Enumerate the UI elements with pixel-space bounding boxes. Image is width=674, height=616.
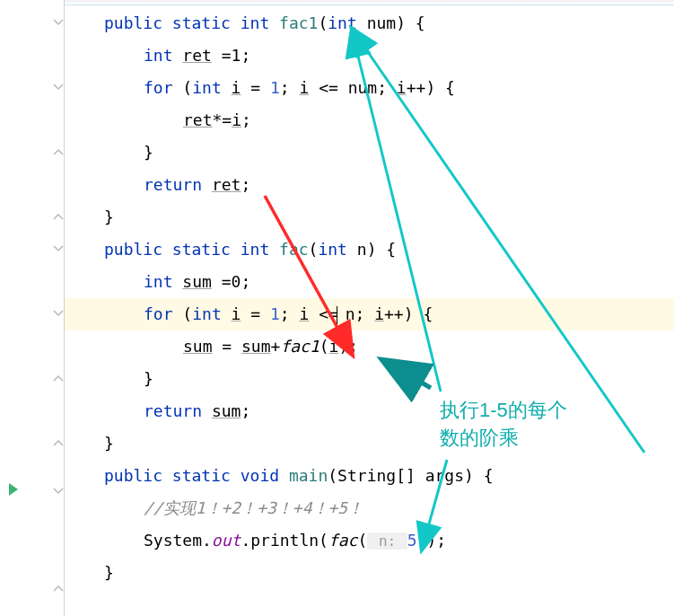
method-call: fac: [328, 531, 358, 550]
method-call: fac1: [280, 337, 319, 356]
code-line-current[interactable]: for (int i = 1; i <= n; i++) {: [65, 298, 674, 330]
semi: ;: [241, 401, 250, 420]
fold-icon[interactable]: [52, 16, 65, 29]
close: ));: [417, 531, 447, 550]
code-line[interactable]: for (int i = 1; i <= num; i++) {: [65, 72, 674, 104]
eq: =: [241, 78, 270, 97]
fold-icon[interactable]: [52, 242, 65, 255]
fold-icon[interactable]: [52, 307, 65, 320]
variable: i: [299, 78, 309, 97]
op: <=: [309, 78, 347, 97]
open: (: [173, 304, 193, 323]
keyword: for: [144, 304, 173, 323]
fold-icon[interactable]: [52, 436, 65, 449]
variable: i: [299, 304, 309, 323]
open: (: [173, 78, 193, 97]
brace: }: [104, 434, 114, 453]
comment: //实现1！+2！+3！+4！+5！: [144, 498, 363, 517]
variable: ret: [212, 175, 241, 194]
code-line[interactable]: ret*=i;: [65, 104, 674, 136]
code-line[interactable]: public static int fac1(int num) {: [65, 7, 674, 40]
paren: (: [319, 337, 329, 356]
op: *=: [213, 110, 232, 129]
variable: sum: [182, 272, 212, 291]
sig: (String[] args) {: [328, 466, 493, 485]
param: n: [346, 304, 355, 323]
system: System.: [144, 531, 212, 550]
run-gutter-icon[interactable]: [9, 483, 18, 496]
semi: ;: [355, 304, 375, 323]
variable: i: [232, 110, 241, 129]
paren: (: [309, 240, 319, 259]
param-type: int: [328, 13, 357, 32]
rest: =0;: [212, 272, 250, 291]
variable: ret: [182, 46, 212, 65]
semi: ;: [280, 304, 300, 323]
plus: +: [271, 337, 281, 356]
fold-icon[interactable]: [52, 81, 65, 93]
code-line[interactable]: }: [65, 363, 674, 395]
method-name: main: [289, 466, 328, 485]
method-name: fac1: [279, 13, 318, 32]
keyword: public static int: [104, 240, 269, 259]
param-name: n: [357, 240, 367, 259]
variable: ret: [183, 110, 213, 129]
brace: }: [104, 563, 114, 582]
code-line[interactable]: }: [65, 201, 674, 233]
variable: i: [232, 78, 241, 97]
semi: ;: [377, 78, 397, 97]
method-name: fac: [279, 240, 309, 259]
code-line[interactable]: sum = sum+fac1(i);: [65, 330, 674, 363]
keyword: public static int: [104, 13, 269, 32]
number: 5: [407, 531, 417, 550]
fold-icon[interactable]: [52, 145, 65, 158]
keyword: int: [192, 78, 222, 97]
keyword: return: [144, 175, 202, 194]
keyword: int: [144, 272, 173, 291]
semi: ;: [241, 175, 250, 194]
paren: (: [357, 531, 367, 550]
eq: =: [213, 337, 242, 356]
semi: ;: [241, 110, 251, 129]
code-line[interactable]: System.out.println(fac( n: 5));: [65, 524, 674, 557]
variable: sum: [241, 337, 271, 356]
code-line[interactable]: }: [65, 427, 674, 460]
paren: (: [318, 13, 328, 32]
inlay-hint: n:: [367, 532, 407, 550]
code-line[interactable]: return sum;: [65, 395, 674, 427]
code-line[interactable]: }: [65, 136, 674, 169]
variable: i: [329, 337, 339, 356]
param: num: [348, 78, 378, 97]
code-line[interactable]: int sum =0;: [65, 266, 674, 298]
code-line[interactable]: }: [65, 557, 674, 589]
code-line[interactable]: public static int fac(int n) {: [65, 233, 674, 266]
keyword: public static void: [104, 466, 279, 485]
brace: }: [144, 369, 153, 388]
brace: }: [144, 143, 153, 162]
keyword: for: [144, 78, 173, 97]
eq: =: [241, 304, 270, 323]
sig-close: ) {: [396, 13, 425, 32]
fold-icon[interactable]: [52, 485, 65, 497]
param-type: int: [318, 240, 347, 259]
op: <=: [309, 304, 338, 323]
brace: }: [104, 207, 114, 226]
variable: sum: [183, 337, 213, 356]
field: out: [212, 531, 241, 550]
inc: ++) {: [407, 78, 455, 97]
println: .println(: [241, 531, 328, 550]
fold-icon[interactable]: [52, 582, 65, 594]
close: );: [338, 337, 358, 356]
fold-icon[interactable]: [52, 210, 65, 223]
code-line[interactable]: //实现1！+2！+3！+4！+5！: [65, 492, 674, 524]
code-line[interactable]: return ret;: [65, 169, 674, 201]
code-editor[interactable]: public static int fac1(int num) { int re…: [65, 0, 674, 616]
code-line[interactable]: public static void main(String[] args) {: [65, 460, 674, 492]
sig-close: ) {: [367, 240, 397, 259]
op: [336, 304, 346, 323]
fold-icon[interactable]: [52, 372, 65, 384]
inc: ++) {: [384, 304, 433, 323]
semi: ;: [280, 78, 300, 97]
code-line[interactable]: int ret =1;: [65, 40, 674, 72]
variable: i: [374, 304, 384, 323]
